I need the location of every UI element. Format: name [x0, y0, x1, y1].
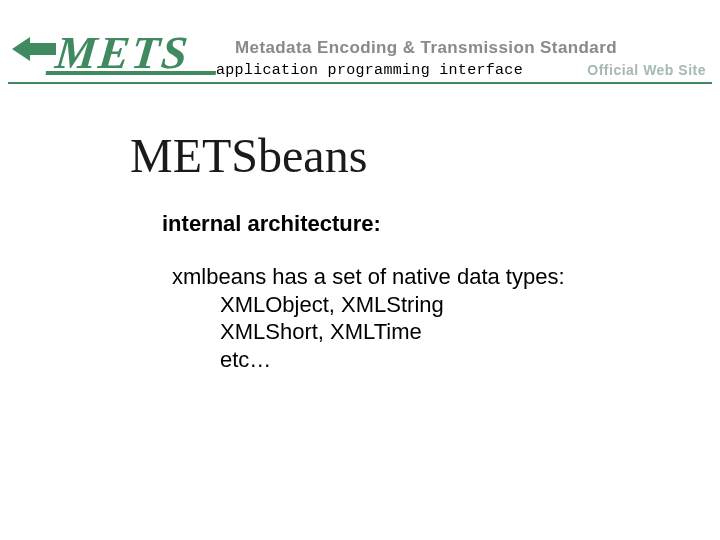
mets-logo: METS: [53, 26, 192, 79]
slide-content: METSbeans internal architecture: xmlbean…: [0, 110, 720, 373]
body-line-4: etc…: [220, 346, 720, 374]
logo-underline: [46, 71, 216, 75]
header-official-label: Official Web Site: [587, 62, 706, 78]
arrow-left-icon: [12, 34, 56, 68]
page-title: METSbeans: [130, 128, 720, 183]
body-line-1: xmlbeans has a set of native data types:: [172, 263, 720, 291]
header-subtitle: Metadata Encoding & Transmission Standar…: [235, 38, 617, 58]
body-line-3: XMLShort, XMLTime: [220, 318, 720, 346]
svg-marker-0: [12, 37, 56, 61]
section-subtitle: internal architecture:: [162, 211, 720, 237]
header-divider: [8, 82, 712, 84]
body-line-2: XMLObject, XMLString: [220, 291, 720, 319]
slide-header: METS Metadata Encoding & Transmission St…: [0, 0, 720, 110]
header-api-label: application programming interface: [216, 62, 523, 79]
body-text: xmlbeans has a set of native data types:…: [172, 263, 720, 373]
